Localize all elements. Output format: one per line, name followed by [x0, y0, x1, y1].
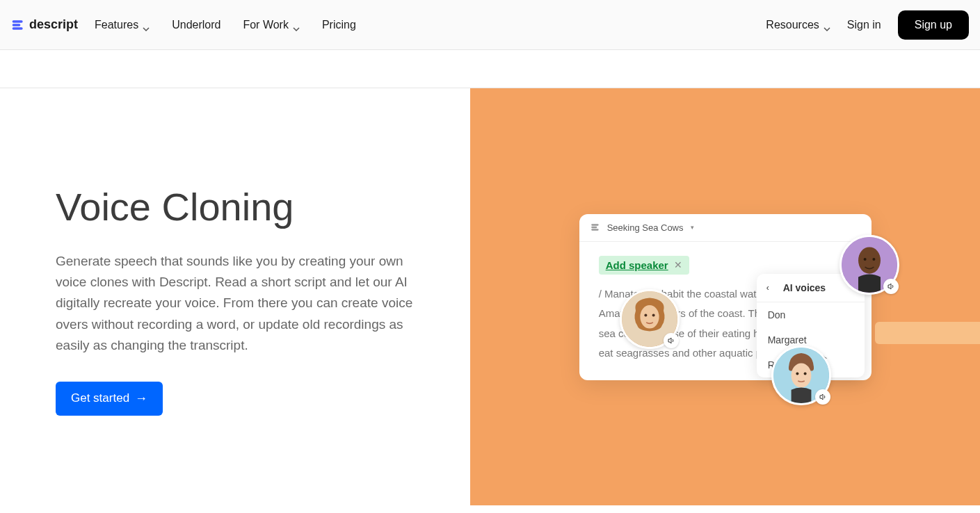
signup-button[interactable]: Sign up: [898, 10, 969, 40]
svg-rect-2: [13, 27, 23, 29]
chevron-left-icon[interactable]: ‹: [766, 283, 769, 293]
svg-point-13: [652, 314, 654, 316]
nav-underlord-label: Underlord: [172, 19, 220, 31]
hint-bar: [875, 322, 980, 344]
logo[interactable]: descript: [11, 17, 78, 32]
main-header: descript Features Underlord For Work Pri…: [0, 0, 980, 50]
app-preview-header: Seeking Sea Cows ▾: [579, 214, 871, 242]
svg-rect-5: [591, 229, 599, 230]
nav-resources[interactable]: Resources: [766, 19, 830, 31]
speaker-icon: [664, 333, 679, 348]
nav-resources-label: Resources: [766, 19, 819, 31]
avatar-don: [840, 235, 899, 295]
voice-item-don[interactable]: Don: [757, 302, 865, 327]
app-logo-mini-icon: [591, 222, 600, 232]
chevron-down-icon: ▾: [691, 224, 694, 231]
svg-point-17: [803, 372, 806, 375]
nav-for-work[interactable]: For Work: [243, 19, 299, 31]
chevron-down-icon: [293, 22, 300, 28]
speaker-icon: [883, 279, 899, 294]
svg-point-15: [791, 363, 811, 387]
divider-section: [0, 50, 980, 88]
svg-point-8: [863, 258, 866, 261]
svg-point-7: [858, 247, 881, 273]
svg-rect-3: [591, 224, 599, 225]
nav-features[interactable]: Features: [95, 19, 150, 31]
page-title: Voice Cloning: [56, 186, 442, 229]
nav-for-work-label: For Work: [243, 19, 288, 31]
svg-point-12: [644, 314, 647, 316]
svg-point-16: [796, 372, 798, 375]
hero-illustration: Seeking Sea Cows ▾ Add speaker ✕ / Manat…: [470, 88, 980, 505]
svg-rect-4: [591, 227, 597, 228]
header-left: descript Features Underlord For Work Pri…: [11, 17, 356, 32]
ai-voices-title: AI voices: [783, 282, 826, 293]
svg-point-11: [640, 305, 659, 329]
main-nav: Features Underlord For Work Pricing: [95, 19, 356, 31]
hero-content: Voice Cloning Generate speech that sound…: [0, 88, 470, 505]
header-right: Resources Sign in Sign up: [766, 10, 969, 40]
hero-section: Voice Cloning Generate speech that sound…: [0, 88, 980, 505]
cta-label: Get started: [71, 391, 129, 405]
svg-point-9: [872, 258, 875, 261]
nav-underlord[interactable]: Underlord: [172, 19, 220, 31]
avatar-margaret: [620, 289, 680, 349]
app-preview-card: Seeking Sea Cows ▾ Add speaker ✕ / Manat…: [579, 214, 871, 380]
nav-features-label: Features: [95, 19, 138, 31]
add-speaker-label: Add speaker: [606, 259, 668, 271]
speaker-icon: [815, 389, 830, 405]
get-started-button[interactable]: Get started →: [56, 382, 163, 416]
nav-pricing-label: Pricing: [322, 19, 356, 31]
chevron-down-icon: [143, 22, 150, 28]
logo-icon: [11, 18, 25, 32]
voice-label: Don: [768, 309, 786, 320]
nav-pricing[interactable]: Pricing: [322, 19, 356, 31]
close-icon[interactable]: ✕: [674, 259, 682, 270]
arrow-right-icon: →: [135, 391, 147, 406]
svg-rect-1: [13, 24, 21, 26]
hero-description: Generate speech that sounds like you by …: [56, 251, 431, 357]
logo-text: descript: [29, 17, 78, 32]
svg-rect-0: [13, 20, 23, 22]
signin-link[interactable]: Sign in: [847, 19, 881, 31]
avatar-roger: [771, 345, 831, 405]
doc-title[interactable]: Seeking Sea Cows: [607, 222, 684, 233]
voice-label: Margaret: [768, 334, 807, 345]
chevron-down-icon: [824, 22, 830, 28]
add-speaker-tag[interactable]: Add speaker ✕: [599, 256, 689, 275]
